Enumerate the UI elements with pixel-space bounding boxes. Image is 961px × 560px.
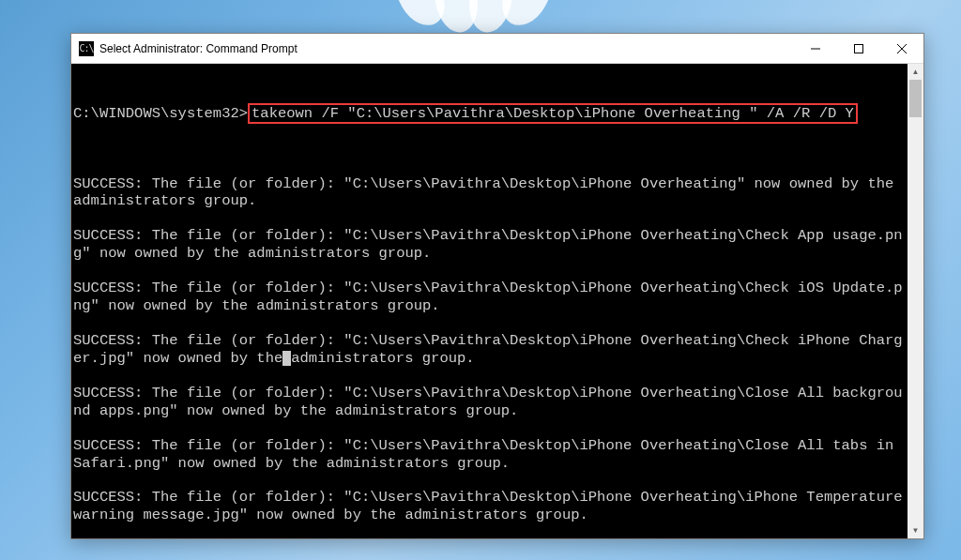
output-text: administrators group. xyxy=(291,350,474,367)
titlebar[interactable]: C:\ Select Administrator: Command Prompt xyxy=(71,34,923,64)
text-cursor xyxy=(282,351,291,366)
output-line: SUCCESS: The file (or folder): "C:\Users… xyxy=(73,437,906,473)
output-text: SUCCESS: The file (or folder): "C:\Users… xyxy=(73,332,903,367)
scroll-track[interactable] xyxy=(908,80,923,522)
output-line: SUCCESS: The file (or folder): "C:\Users… xyxy=(73,175,906,211)
output-line: SUCCESS: The file (or folder): "C:\Users… xyxy=(73,332,906,368)
terminal-output[interactable]: C:\WINDOWS\system32>takeown /F "C:\Users… xyxy=(71,64,908,538)
cmd-icon: C:\ xyxy=(79,41,94,56)
vertical-scrollbar[interactable]: ▲ ▼ xyxy=(908,64,923,538)
svg-rect-1 xyxy=(855,45,863,53)
terminal-area: C:\WINDOWS\system32>takeown /F "C:\Users… xyxy=(71,64,923,538)
scroll-down-arrow[interactable]: ▼ xyxy=(908,522,923,538)
output-line: SUCCESS: The file (or folder): "C:\Users… xyxy=(73,385,906,420)
output-line: SUCCESS: The file (or folder): "C:\Users… xyxy=(73,227,906,263)
command-line: C:\WINDOWS\system32>takeown /F "C:\Users… xyxy=(73,105,906,123)
maximize-button[interactable] xyxy=(837,34,880,64)
window-title: Select Administrator: Command Prompt xyxy=(99,42,794,55)
prompt-text: C:\WINDOWS\system32> xyxy=(73,105,248,122)
scroll-up-arrow[interactable]: ▲ xyxy=(908,64,923,80)
close-button[interactable] xyxy=(880,34,923,64)
window-controls xyxy=(794,34,923,63)
scroll-thumb[interactable] xyxy=(909,80,922,117)
cmd-window: C:\ Select Administrator: Command Prompt… xyxy=(70,33,924,539)
minimize-button[interactable] xyxy=(794,34,837,64)
output-line: SUCCESS: The file (or folder): "C:\Users… xyxy=(73,489,906,524)
command-text-highlighted: takeown /F "C:\Users\Pavithra\Desktop\iP… xyxy=(248,103,858,124)
output-line: SUCCESS: The file (or folder): "C:\Users… xyxy=(73,280,906,315)
